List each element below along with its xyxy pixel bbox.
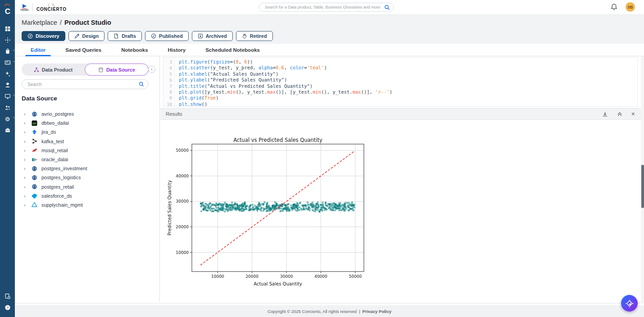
tab-notebooks[interactable]: Notebooks [121, 44, 148, 56]
scatter-chart: 1000020000300004000050000100002000030000… [162, 137, 374, 292]
monitor-icon [5, 93, 11, 100]
search-icon[interactable] [139, 82, 144, 87]
code-line: plt.title("Actual vs Predicted Sales Qua… [179, 83, 637, 89]
line-number: 3 [163, 59, 175, 65]
source-name: postgres_investment [41, 166, 87, 171]
supplychain-icon [32, 202, 37, 208]
source-item-oracle_dalai[interactable]: ›oracle_dalai [24, 155, 155, 164]
db2-icon: db2 [32, 120, 37, 126]
trianz-logo-icon [22, 4, 27, 9]
source-item-dbtwo_dailai[interactable]: ›db2dbtwo_dailai [24, 118, 155, 127]
privacy-policy-link[interactable]: Privacy Policy [363, 309, 391, 314]
source-name: postgres_retail [41, 184, 74, 190]
source-item-supplychain_mgmt[interactable]: ›supplychain_mgmt [24, 200, 155, 209]
compass-circle-icon [27, 33, 33, 39]
rail-item-compass[interactable] [0, 36, 15, 43]
postgres-icon [32, 166, 37, 172]
tab-editor[interactable]: Editor [31, 44, 45, 56]
tab-scheduled-notebooks[interactable]: Scheduled Notebooks [205, 44, 260, 56]
main-content: Data Product Data Source ‹ Data S [15, 56, 644, 303]
svg-text:20000: 20000 [245, 274, 259, 279]
avatar[interactable]: SB [626, 2, 635, 12]
svg-text:20000: 20000 [176, 225, 189, 229]
tab-saved-queries[interactable]: Saved Queries [65, 44, 101, 56]
top-bar: TRIANZ CONCIERTO SB [15, 0, 644, 15]
rail-item-monitor[interactable]: › [0, 93, 15, 100]
rail-item-sparkles[interactable] [0, 70, 15, 77]
rail-item-grid[interactable] [0, 25, 15, 32]
rail-item-headset[interactable] [0, 82, 15, 88]
code-line: plt.scatter(y_test, y_pred, alpha=0.6, c… [179, 65, 637, 71]
chevron-right-icon: › [24, 157, 27, 162]
chevron-right-icon: › [24, 148, 27, 153]
download-icon[interactable] [602, 111, 608, 117]
tab-history[interactable]: History [168, 44, 186, 56]
jira-icon [32, 129, 37, 135]
rail-item-question[interactable]: ? [0, 304, 15, 311]
source-name: mssql_retail [41, 148, 68, 153]
check-circle-icon [151, 33, 156, 39]
svg-text:50000: 50000 [176, 148, 189, 153]
ai-assistant-button[interactable] [621, 295, 638, 312]
design-button[interactable]: Design [68, 31, 105, 41]
retired-button[interactable]: Retired [236, 31, 273, 41]
rail-item-people[interactable] [0, 104, 15, 111]
lifecycle-button-row: DiscoveryDesignDraftsPublishedArchivedRe… [22, 31, 273, 41]
source-item-postgres_logistics[interactable]: ›postgres_logistics [24, 173, 155, 182]
archived-button[interactable]: Archived [192, 31, 233, 41]
chevron-right-icon: › [24, 166, 27, 171]
source-item-avrio_postgres[interactable]: ›avrio_postgres [24, 109, 155, 118]
source-item-postgres_retail[interactable]: ›postgres_retail [24, 182, 155, 191]
source-item-postgres_investment[interactable]: ›postgres_investment [24, 164, 155, 173]
footer-divider: | [359, 309, 360, 314]
brand-divider [32, 4, 33, 11]
browser-mode-toggle: Data Product Data Source [22, 63, 149, 76]
postgres-icon [32, 175, 37, 181]
source-item-kafka_test[interactable]: ›kafka_test [24, 137, 155, 146]
source-item-mssql_retail[interactable]: ›mssql_retail [24, 146, 155, 155]
rail-item-gear[interactable]: ⚙› [0, 115, 15, 122]
code-area[interactable]: plt.figure(figsize=(8, 6))plt.scatter(y_… [175, 58, 637, 106]
trianz-logo: TRIANZ [20, 4, 29, 12]
breadcrumb-section[interactable]: Marketplace [22, 19, 57, 26]
source-item-jira_ds[interactable]: ›jira_ds [24, 127, 155, 136]
concerto-logo[interactable]: C [0, 0, 15, 20]
chevron-right-icon: › [24, 129, 27, 135]
line-number: 6 [163, 77, 175, 83]
code-line: plt.grid(True) [179, 95, 637, 101]
line-number: 9 [163, 95, 175, 101]
people-icon [5, 104, 11, 111]
toggle-data-source[interactable]: Data Source [85, 63, 149, 76]
toggle-data-product[interactable]: Data Product [22, 63, 85, 76]
global-search-input[interactable] [265, 5, 384, 9]
scrollbar-thumb[interactable] [641, 165, 644, 208]
discovery-button[interactable]: Discovery [22, 31, 65, 41]
archive-icon [198, 33, 203, 39]
rail-item-card[interactable]: › [0, 59, 15, 66]
source-item-salesforce_ds[interactable]: ›salesforce_ds [24, 191, 155, 200]
rail-item-briefcase[interactable] [0, 127, 15, 133]
postgres-icon [32, 111, 37, 117]
rail-item-file-clock[interactable] [0, 293, 15, 299]
headset-icon [5, 82, 11, 88]
source-name: supplychain_mgmt [41, 202, 83, 208]
postgres-icon [32, 184, 37, 190]
chevron-right-icon: › [24, 202, 27, 208]
collapse-panel-button[interactable]: ‹ [148, 66, 155, 73]
results-header: Results × [160, 108, 641, 120]
briefcase-icon [5, 127, 11, 133]
card-icon [5, 59, 11, 66]
compass-sparkle-icon [625, 299, 634, 308]
search-icon[interactable] [384, 5, 390, 10]
code-line: plt.figure(figsize=(8, 6)) [179, 59, 637, 65]
published-button[interactable]: Published [145, 31, 189, 41]
collapse-up-icon[interactable] [617, 111, 622, 117]
rail-item-shopping-bag[interactable]: › [0, 48, 15, 54]
panel-search-input[interactable] [27, 82, 139, 87]
close-icon[interactable]: × [631, 111, 635, 117]
mssql-icon [32, 147, 37, 153]
shopping-bag-icon [5, 48, 11, 54]
source-name: dbtwo_dailai [41, 120, 69, 126]
drafts-button[interactable]: Drafts [108, 31, 142, 41]
bell-icon[interactable] [611, 3, 617, 11]
